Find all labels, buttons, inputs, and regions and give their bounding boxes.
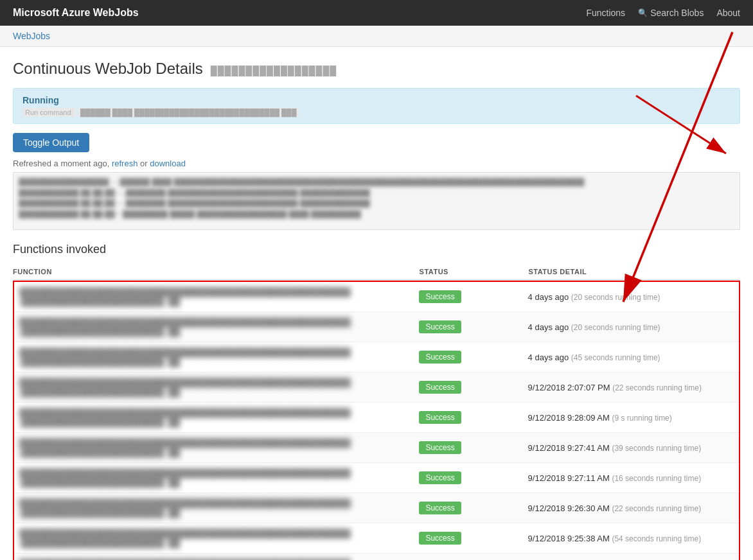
download-link[interactable]: download xyxy=(150,159,186,168)
status-badge: Success xyxy=(419,351,461,363)
status-badge: Success xyxy=(419,471,461,484)
status-detail-cell: 4 days ago (20 seconds running time) xyxy=(522,312,739,342)
run-command-value: ██████ ████ ████████████████████████████… xyxy=(78,108,299,117)
toggle-output-button[interactable]: Toggle Output xyxy=(13,133,89,152)
col-function: Function xyxy=(13,264,413,280)
status-badge: Success xyxy=(419,502,461,514)
status-detail-cell: 4 days ago (20 seconds running time) xyxy=(522,282,739,312)
refresh-text: Refreshed a moment ago, xyxy=(13,159,109,168)
status-badge: Success xyxy=(419,411,461,424)
or-text: or xyxy=(140,159,148,168)
table-row: ████████████████████████████████████████… xyxy=(14,493,739,523)
status-detail-cell: 8/31/2018 4:23:50 PM (22 seconds running… xyxy=(522,554,739,561)
status-cell: Success xyxy=(412,312,521,342)
main-content: Continuous WebJob Details ██████████████… xyxy=(0,47,753,560)
running-time: (39 seconds running time) xyxy=(612,444,701,453)
function-name-cell: ████████████████████████████████████████… xyxy=(14,282,412,312)
navbar-brand: Microsoft Azure WebJobs xyxy=(13,7,139,19)
functions-section-title: Functions invoked xyxy=(13,243,740,256)
status-detail-cell: 9/12/2018 9:27:11 AM (16 seconds running… xyxy=(522,463,739,493)
status-detail-cell: 9/12/2018 9:27:41 AM (39 seconds running… xyxy=(522,433,739,463)
run-command-label: Run command: xyxy=(22,108,76,117)
running-time: (22 seconds running time) xyxy=(612,504,701,513)
table-body: ████████████████████████████████████████… xyxy=(14,282,739,560)
functions-rows-table: ████████████████████████████████████████… xyxy=(14,282,739,560)
nav-about[interactable]: About xyxy=(716,8,740,18)
col-status-detail: Status Detail xyxy=(522,264,740,280)
running-time: (45 seconds running time) xyxy=(571,353,660,362)
running-time: (20 seconds running time) xyxy=(571,293,660,302)
detail-date: 9/12/2018 9:28:09 AM (9 s running time) xyxy=(528,413,672,423)
table-row: ████████████████████████████████████████… xyxy=(14,463,739,493)
table-row: ████████████████████████████████████████… xyxy=(14,523,739,554)
table-row: ████████████████████████████████████████… xyxy=(14,403,739,433)
refresh-line: Refreshed a moment ago, refresh or downl… xyxy=(13,159,740,168)
function-name-cell: ████████████████████████████████████████… xyxy=(14,342,412,372)
status-badge: Success xyxy=(419,441,461,454)
status-cell: Success xyxy=(412,403,521,433)
running-time: (54 seconds running time) xyxy=(612,534,701,543)
status-detail-cell: 9/12/2018 9:28:09 AM (9 s running time) xyxy=(522,403,739,433)
status-cell: Success xyxy=(412,493,521,523)
function-name-cell: ████████████████████████████████████████… xyxy=(14,403,412,433)
table-header: Function Status Status Detail xyxy=(13,264,740,280)
page-title-row: Continuous WebJob Details ██████████████… xyxy=(13,60,740,78)
status-panel: Running Run command: ██████ ████ ███████… xyxy=(13,88,740,124)
run-command-row: Run command: ██████ ████ ███████████████… xyxy=(22,108,731,117)
breadcrumb-webjobs[interactable]: WebJobs xyxy=(13,31,50,41)
detail-date: 4 days ago (20 seconds running time) xyxy=(528,292,660,302)
status-badge: Success xyxy=(419,532,461,545)
running-time: (9 s running time) xyxy=(612,414,671,423)
status-badge: Success xyxy=(419,290,461,303)
page-title: Continuous WebJob Details xyxy=(13,60,203,78)
status-badge: Success xyxy=(419,320,461,333)
function-name-cell: ████████████████████████████████████████… xyxy=(14,433,412,463)
table-row: ████████████████████████████████████████… xyxy=(14,342,739,372)
function-name-cell: ████████████████████████████████████████… xyxy=(14,372,412,403)
status-cell: Success xyxy=(412,282,521,312)
table-row: ████████████████████████████████████████… xyxy=(14,372,739,403)
detail-date: 9/12/2018 9:27:11 AM (16 seconds running… xyxy=(528,473,702,483)
status-cell: Success xyxy=(412,523,521,554)
table-row: ████████████████████████████████████████… xyxy=(14,312,739,342)
navbar-links: Functions 🔍 Search Blobs About xyxy=(586,8,740,18)
log-output[interactable]: ██████████████████ — ██████ ████ ███████… xyxy=(13,172,740,230)
detail-date: 9/12/2018 2:07:07 PM (22 seconds running… xyxy=(528,383,702,392)
detail-date: 9/12/2018 9:26:30 AM (22 seconds running… xyxy=(528,503,702,513)
function-name-cell: ████████████████████████████████████████… xyxy=(14,523,412,554)
refresh-link[interactable]: refresh xyxy=(112,159,137,168)
running-time: (16 seconds running time) xyxy=(612,474,701,483)
running-time: (22 seconds running time) xyxy=(612,383,702,392)
highlighted-rows-wrapper: ████████████████████████████████████████… xyxy=(13,281,740,560)
status-cell: Success xyxy=(412,372,521,403)
function-name-cell: ████████████████████████████████████████… xyxy=(14,493,412,523)
table-row: ████████████████████████████████████████… xyxy=(14,282,739,312)
breadcrumb-bar: WebJobs xyxy=(0,26,753,47)
search-icon: 🔍 xyxy=(638,8,648,17)
detail-date: 9/12/2018 9:25:38 AM (54 seconds running… xyxy=(528,534,702,543)
status-detail-cell: 9/12/2018 9:26:30 AM (22 seconds running… xyxy=(522,493,739,523)
detail-date: 4 days ago (45 seconds running time) xyxy=(528,353,660,362)
table-row: ████████████████████████████████████████… xyxy=(14,433,739,463)
page-title-subtitle: ██████████████████ xyxy=(211,66,337,76)
status-detail-cell: 9/12/2018 9:25:38 AM (54 seconds running… xyxy=(522,523,739,554)
functions-section: Functions invoked Function Status Status… xyxy=(13,243,740,560)
status-cell: Success xyxy=(412,342,521,372)
status-running-label: Running xyxy=(22,95,731,105)
detail-date: 9/12/2018 9:27:41 AM (39 seconds running… xyxy=(528,443,702,453)
col-status: Status xyxy=(413,264,522,280)
detail-date: 4 days ago (20 seconds running time) xyxy=(528,322,660,332)
navbar: Microsoft Azure WebJobs Functions 🔍 Sear… xyxy=(0,0,753,26)
function-name-cell: ████████████████████████████████████████… xyxy=(14,312,412,342)
status-cell: Success xyxy=(412,554,521,561)
functions-table: Function Status Status Detail xyxy=(13,264,740,281)
function-name-cell: ████████████████████████████████████████… xyxy=(14,554,412,561)
status-cell: Success xyxy=(412,433,521,463)
running-time: (20 seconds running time) xyxy=(571,323,660,332)
status-cell: Success xyxy=(412,463,521,493)
table-row: ████████████████████████████████████████… xyxy=(14,554,739,561)
nav-functions[interactable]: Functions xyxy=(586,8,625,18)
nav-search-blobs[interactable]: 🔍 Search Blobs xyxy=(638,8,704,18)
status-detail-cell: 9/12/2018 2:07:07 PM (22 seconds running… xyxy=(522,372,739,403)
status-detail-cell: 4 days ago (45 seconds running time) xyxy=(522,342,739,372)
